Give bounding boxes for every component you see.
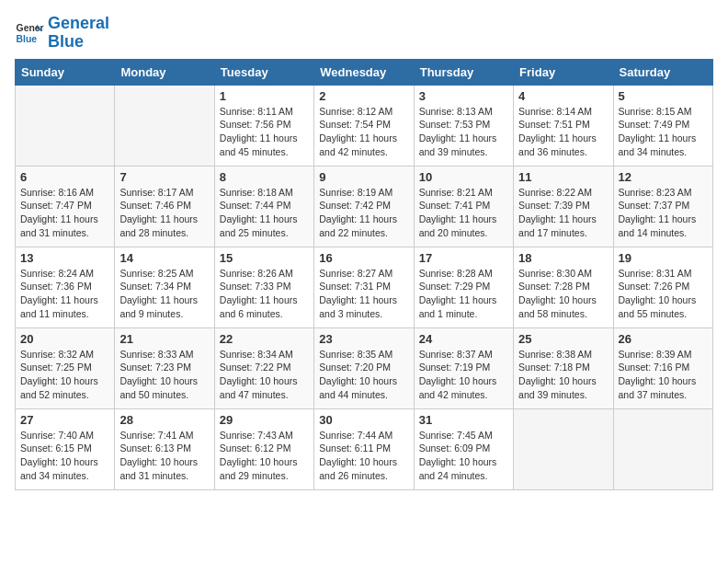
day-cell: 1Sunrise: 8:11 AM Sunset: 7:56 PM Daylig… bbox=[214, 85, 313, 166]
day-cell: 3Sunrise: 8:13 AM Sunset: 7:53 PM Daylig… bbox=[414, 85, 513, 166]
svg-text:Blue: Blue bbox=[17, 33, 38, 43]
day-number: 24 bbox=[419, 332, 508, 346]
day-info: Sunrise: 8:28 AM Sunset: 7:29 PM Dayligh… bbox=[419, 267, 508, 321]
day-cell: 5Sunrise: 8:15 AM Sunset: 7:49 PM Daylig… bbox=[613, 85, 712, 166]
day-info: Sunrise: 7:43 AM Sunset: 6:12 PM Dayligh… bbox=[220, 429, 309, 483]
day-info: Sunrise: 8:32 AM Sunset: 7:25 PM Dayligh… bbox=[20, 348, 109, 402]
day-info: Sunrise: 8:35 AM Sunset: 7:20 PM Dayligh… bbox=[319, 348, 408, 402]
day-info: Sunrise: 8:23 AM Sunset: 7:37 PM Dayligh… bbox=[619, 186, 708, 240]
day-number: 29 bbox=[220, 413, 309, 427]
day-info: Sunrise: 8:13 AM Sunset: 7:53 PM Dayligh… bbox=[419, 105, 508, 159]
day-cell: 28Sunrise: 7:41 AM Sunset: 6:13 PM Dayli… bbox=[115, 408, 214, 489]
header-row: SundayMondayTuesdayWednesdayThursdayFrid… bbox=[16, 59, 713, 85]
day-number: 8 bbox=[220, 170, 309, 184]
day-number: 19 bbox=[619, 251, 708, 265]
day-number: 5 bbox=[619, 89, 708, 103]
day-info: Sunrise: 8:31 AM Sunset: 7:26 PM Dayligh… bbox=[619, 267, 708, 321]
day-cell: 17Sunrise: 8:28 AM Sunset: 7:29 PM Dayli… bbox=[414, 247, 513, 327]
day-info: Sunrise: 8:33 AM Sunset: 7:23 PM Dayligh… bbox=[119, 348, 209, 402]
day-number: 28 bbox=[119, 413, 209, 427]
day-cell: 2Sunrise: 8:12 AM Sunset: 7:54 PM Daylig… bbox=[314, 85, 414, 166]
day-info: Sunrise: 8:17 AM Sunset: 7:46 PM Dayligh… bbox=[119, 186, 209, 240]
day-number: 2 bbox=[319, 89, 408, 103]
day-cell bbox=[613, 408, 712, 489]
calendar-table: SundayMondayTuesdayWednesdayThursdayFrid… bbox=[15, 59, 713, 490]
day-cell: 26Sunrise: 8:39 AM Sunset: 7:16 PM Dayli… bbox=[613, 327, 712, 408]
week-row-5: 27Sunrise: 7:40 AM Sunset: 6:15 PM Dayli… bbox=[16, 408, 713, 489]
day-number: 11 bbox=[518, 170, 608, 184]
day-cell: 14Sunrise: 8:25 AM Sunset: 7:34 PM Dayli… bbox=[115, 247, 214, 327]
day-number: 18 bbox=[518, 251, 608, 265]
day-cell: 4Sunrise: 8:14 AM Sunset: 7:51 PM Daylig… bbox=[514, 85, 613, 166]
day-info: Sunrise: 8:19 AM Sunset: 7:42 PM Dayligh… bbox=[319, 186, 408, 240]
day-info: Sunrise: 8:16 AM Sunset: 7:47 PM Dayligh… bbox=[20, 186, 109, 240]
day-info: Sunrise: 8:34 AM Sunset: 7:22 PM Dayligh… bbox=[220, 348, 309, 402]
day-cell: 24Sunrise: 8:37 AM Sunset: 7:19 PM Dayli… bbox=[414, 327, 513, 408]
day-info: Sunrise: 8:39 AM Sunset: 7:16 PM Dayligh… bbox=[619, 348, 708, 402]
day-cell: 11Sunrise: 8:22 AM Sunset: 7:39 PM Dayli… bbox=[514, 166, 613, 247]
day-number: 13 bbox=[20, 251, 109, 265]
day-number: 22 bbox=[220, 332, 309, 346]
logo-icon: General Blue bbox=[15, 18, 44, 48]
header-cell-friday: Friday bbox=[514, 59, 613, 85]
day-number: 21 bbox=[119, 332, 209, 346]
day-cell: 30Sunrise: 7:44 AM Sunset: 6:11 PM Dayli… bbox=[314, 408, 414, 489]
day-number: 31 bbox=[419, 413, 508, 427]
day-info: Sunrise: 8:21 AM Sunset: 7:41 PM Dayligh… bbox=[419, 186, 508, 240]
day-number: 12 bbox=[619, 170, 708, 184]
day-number: 14 bbox=[119, 251, 209, 265]
day-cell: 21Sunrise: 8:33 AM Sunset: 7:23 PM Dayli… bbox=[115, 327, 214, 408]
week-row-1: 1Sunrise: 8:11 AM Sunset: 7:56 PM Daylig… bbox=[16, 85, 713, 166]
day-cell: 31Sunrise: 7:45 AM Sunset: 6:09 PM Dayli… bbox=[414, 408, 513, 489]
day-info: Sunrise: 8:24 AM Sunset: 7:36 PM Dayligh… bbox=[20, 267, 109, 321]
day-cell bbox=[514, 408, 613, 489]
day-cell: 15Sunrise: 8:26 AM Sunset: 7:33 PM Dayli… bbox=[214, 247, 313, 327]
header-cell-saturday: Saturday bbox=[613, 59, 712, 85]
day-cell: 10Sunrise: 8:21 AM Sunset: 7:41 PM Dayli… bbox=[414, 166, 513, 247]
day-cell: 13Sunrise: 8:24 AM Sunset: 7:36 PM Dayli… bbox=[16, 247, 115, 327]
day-number: 16 bbox=[319, 251, 408, 265]
day-info: Sunrise: 8:38 AM Sunset: 7:18 PM Dayligh… bbox=[518, 348, 608, 402]
header-cell-thursday: Thursday bbox=[414, 59, 513, 85]
day-info: Sunrise: 7:40 AM Sunset: 6:15 PM Dayligh… bbox=[20, 429, 109, 483]
day-number: 4 bbox=[518, 89, 608, 103]
day-number: 30 bbox=[319, 413, 408, 427]
day-info: Sunrise: 7:41 AM Sunset: 6:13 PM Dayligh… bbox=[119, 429, 209, 483]
day-number: 1 bbox=[220, 89, 309, 103]
day-cell: 18Sunrise: 8:30 AM Sunset: 7:28 PM Dayli… bbox=[514, 247, 613, 327]
day-number: 26 bbox=[619, 332, 708, 346]
logo-text: GeneralBlue bbox=[48, 15, 109, 52]
day-cell: 29Sunrise: 7:43 AM Sunset: 6:12 PM Dayli… bbox=[214, 408, 313, 489]
day-info: Sunrise: 7:44 AM Sunset: 6:11 PM Dayligh… bbox=[319, 429, 408, 483]
week-row-4: 20Sunrise: 8:32 AM Sunset: 7:25 PM Dayli… bbox=[16, 327, 713, 408]
day-number: 15 bbox=[220, 251, 309, 265]
day-info: Sunrise: 8:30 AM Sunset: 7:28 PM Dayligh… bbox=[518, 267, 608, 321]
day-info: Sunrise: 8:25 AM Sunset: 7:34 PM Dayligh… bbox=[119, 267, 209, 321]
day-number: 3 bbox=[419, 89, 508, 103]
day-info: Sunrise: 8:26 AM Sunset: 7:33 PM Dayligh… bbox=[220, 267, 309, 321]
day-info: Sunrise: 8:18 AM Sunset: 7:44 PM Dayligh… bbox=[220, 186, 309, 240]
day-number: 9 bbox=[319, 170, 408, 184]
day-info: Sunrise: 8:14 AM Sunset: 7:51 PM Dayligh… bbox=[518, 105, 608, 159]
day-cell: 12Sunrise: 8:23 AM Sunset: 7:37 PM Dayli… bbox=[613, 166, 712, 247]
week-row-3: 13Sunrise: 8:24 AM Sunset: 7:36 PM Dayli… bbox=[16, 247, 713, 327]
day-info: Sunrise: 8:22 AM Sunset: 7:39 PM Dayligh… bbox=[518, 186, 608, 240]
day-number: 7 bbox=[119, 170, 209, 184]
day-number: 20 bbox=[20, 332, 109, 346]
day-number: 27 bbox=[20, 413, 109, 427]
day-cell: 6Sunrise: 8:16 AM Sunset: 7:47 PM Daylig… bbox=[16, 166, 115, 247]
day-info: Sunrise: 8:27 AM Sunset: 7:31 PM Dayligh… bbox=[319, 267, 408, 321]
logo: General Blue GeneralBlue bbox=[15, 15, 109, 52]
day-cell: 20Sunrise: 8:32 AM Sunset: 7:25 PM Dayli… bbox=[16, 327, 115, 408]
day-cell: 22Sunrise: 8:34 AM Sunset: 7:22 PM Dayli… bbox=[214, 327, 313, 408]
day-cell bbox=[16, 85, 115, 166]
page-header: General Blue GeneralBlue bbox=[15, 15, 713, 52]
header-cell-monday: Monday bbox=[115, 59, 214, 85]
day-cell: 7Sunrise: 8:17 AM Sunset: 7:46 PM Daylig… bbox=[115, 166, 214, 247]
day-cell: 16Sunrise: 8:27 AM Sunset: 7:31 PM Dayli… bbox=[314, 247, 414, 327]
day-cell bbox=[115, 85, 214, 166]
header-cell-wednesday: Wednesday bbox=[314, 59, 414, 85]
day-cell: 27Sunrise: 7:40 AM Sunset: 6:15 PM Dayli… bbox=[16, 408, 115, 489]
day-info: Sunrise: 8:12 AM Sunset: 7:54 PM Dayligh… bbox=[319, 105, 408, 159]
day-number: 25 bbox=[518, 332, 608, 346]
